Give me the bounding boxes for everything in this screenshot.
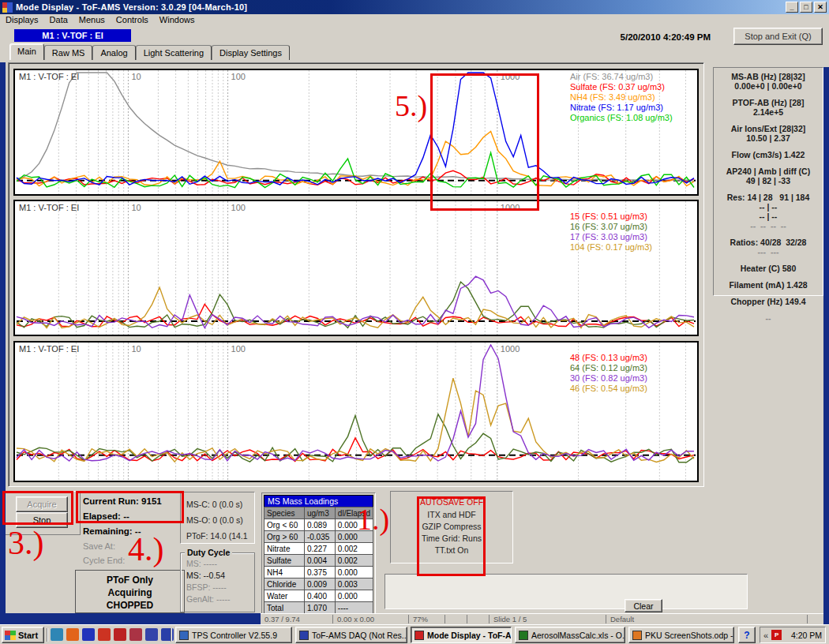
stat-line: 0.00e+0 | 0.00e+0: [714, 81, 823, 91]
statusbar-cell: Default: [606, 615, 808, 623]
chart-panel-label: M1 : V-TOF : EI: [19, 72, 79, 81]
chart-mz-group-2: 101001000M1 : V-TOF : EI48 (FS: 0.13 ug/…: [13, 341, 699, 482]
tab-light-scattering[interactable]: Light Scattering: [136, 45, 212, 60]
annotation-label-1: 1.): [357, 502, 389, 537]
duty-cycle-label: Duty Cycle: [185, 548, 232, 557]
desktop-edge-left: [0, 62, 6, 613]
striped-app-icon[interactable]: [129, 628, 142, 641]
table-cell: -0.035: [304, 531, 335, 543]
legend-entry: 104 (FS: 0.17 ug/m3): [570, 242, 652, 253]
stat-line: Chopper (Hz) 149.4: [714, 297, 823, 306]
stat-line: Flow (cm3/s) 1.422: [714, 150, 823, 159]
legend-entry: 15 (FS: 0.51 ug/m3): [570, 212, 652, 222]
svg-text:100: 100: [231, 203, 246, 212]
table-cell: 0.003: [335, 578, 373, 590]
ms-timing-line: MS-O: 0 (0.0 s): [186, 512, 254, 528]
task-button-5[interactable]: PKU ScreenShots.odp - ...: [628, 627, 734, 643]
table-column-header: ug/m3: [304, 507, 335, 519]
blue-app-icon[interactable]: [145, 628, 158, 641]
show-desktop-icon[interactable]: [51, 628, 63, 641]
legend-entry: 30 (FS: 0.82 ug/m3): [570, 373, 647, 384]
task-button-icon: [179, 631, 189, 640]
tab-display-settings[interactable]: Display Settings: [212, 45, 290, 60]
menu-menus[interactable]: Menus: [73, 15, 111, 24]
annotation-label-4: 4.): [128, 530, 164, 568]
task-button-4[interactable]: AerosolMassCalc.xls - O...: [515, 627, 625, 643]
stop-and-exit-button[interactable]: Stop and Exit (Q): [733, 28, 823, 45]
stat-line: Filament (mA) 1.428: [714, 280, 823, 290]
stat-line: PTOF-AB (Hz) [28]: [714, 98, 823, 107]
annotation-label-5: 5.): [395, 88, 427, 123]
window-title: Mode Display - ToF-AMS Version: 3.0.29 […: [16, 2, 786, 12]
stat-line: -- -- -- --: [714, 221, 823, 230]
table-cell: 0.000: [335, 590, 373, 602]
menu-windows[interactable]: Windows: [154, 15, 201, 24]
chart-panel-label: M1 : V-TOF : EI: [19, 203, 79, 212]
desktop: { "window": { "title": "Mode Display - T…: [0, 0, 829, 644]
chart-app-icon[interactable]: [114, 628, 126, 641]
statusbar-cell: [445, 615, 467, 623]
duty-cycle-line: BFSP: -----: [186, 582, 254, 593]
task-button-icon: [299, 631, 309, 640]
mail-app-icon[interactable]: [82, 628, 95, 641]
instrument-stats-panel: MS-AB (Hz) [28|32]0.00e+0 | 0.00e+0PTOF-…: [713, 67, 823, 296]
firefox-icon[interactable]: [66, 628, 79, 641]
tab-main[interactable]: Main: [9, 43, 44, 60]
chart-legend: Air (FS: 36.74 ug/m3)Sulfate (FS: 0.37 u…: [570, 72, 673, 123]
duty-cycle-group: Duty Cycle MS: -----MS: --0.54BFSP: ----…: [180, 552, 255, 612]
ms-timing-line: PToF: 14.0 (14.1: [186, 528, 254, 544]
task-button-1[interactable]: TPS Controller V2.55.9: [175, 627, 292, 643]
chart-panel-label: M1 : V-TOF : EI: [19, 344, 79, 354]
statusbar-cell: 0.00 x 0.00: [333, 615, 409, 623]
tray-chevron-icon[interactable]: «: [763, 631, 768, 640]
help-tray-button[interactable]: ?: [738, 627, 756, 643]
task-button-icon: [632, 631, 642, 640]
clear-button[interactable]: Clear: [625, 599, 662, 612]
table-cell: Org > 60: [264, 531, 305, 543]
statusbar-cell: Slide 1 / 5: [490, 615, 606, 623]
sun-app-icon[interactable]: [98, 628, 111, 641]
message-log: [384, 574, 748, 609]
duty-cycle-line: GenAlt: -----: [186, 593, 254, 605]
stat-line: 10.50 | 2.37: [714, 133, 823, 143]
menu-displays[interactable]: Displays: [0, 15, 44, 24]
task-button-label: Mode Display - ToF-A...: [427, 631, 512, 640]
task-button-3[interactable]: Mode Display - ToF-A...: [411, 627, 512, 643]
menu-controls[interactable]: Controls: [111, 15, 154, 24]
table-row: Water0.4000.000: [264, 590, 373, 602]
stat-line: --: [714, 313, 823, 323]
minimize-button[interactable]: _: [786, 2, 798, 13]
pdf-tray-icon[interactable]: P: [771, 630, 782, 640]
table-cell: 0.002: [335, 543, 373, 555]
table-cell: Sulfate: [264, 555, 305, 567]
ptof-status-box: PToF OnlyAcquiringCHOPPED: [75, 570, 185, 613]
ms-timing-line: MS-C: 0 (0.0 s): [186, 496, 254, 512]
tab-raw-ms[interactable]: Raw MS: [44, 45, 93, 60]
desktop-edge-right: [823, 67, 829, 613]
legend-entry: Air (FS: 36.74 ug/m3): [570, 72, 673, 82]
ptof-status-line: Acquiring: [76, 586, 184, 599]
table-column-header: Species: [264, 507, 305, 519]
taskbar: Start TPS Controller V2.55.9ToF-AMS DAQ …: [0, 624, 829, 644]
maximize-button[interactable]: □: [800, 2, 812, 13]
duty-cycle-line: MS: -----: [186, 558, 254, 570]
stat-line: Heater (C) 580: [714, 264, 823, 273]
tab-analog[interactable]: Analog: [92, 45, 135, 60]
svg-text:10: 10: [131, 344, 141, 354]
table-cell: 0.004: [304, 555, 335, 567]
table-cell: NH4: [264, 567, 305, 578]
svg-text:10: 10: [131, 203, 141, 212]
task-button-2[interactable]: ToF-AMS DAQ (Not Res...: [295, 627, 407, 643]
table-cell: Water: [264, 590, 305, 602]
svg-text:100: 100: [231, 72, 246, 81]
stat-line: AP240 | Amb | diff (C): [714, 167, 823, 176]
table-cell: 0.000: [335, 567, 373, 578]
title-bar: Mode Display - ToF-AMS Version: 3.0.29 […: [0, 0, 829, 14]
menu-data[interactable]: Data: [44, 15, 73, 24]
stat-line: Ratios: 40/28 32/28: [714, 238, 823, 247]
table-cell: 0.002: [335, 555, 373, 567]
close-button[interactable]: ✕: [814, 2, 827, 13]
start-button[interactable]: Start: [2, 627, 44, 643]
ptof-status-line: PToF Only: [76, 574, 184, 586]
task-button-icon: [519, 631, 528, 640]
